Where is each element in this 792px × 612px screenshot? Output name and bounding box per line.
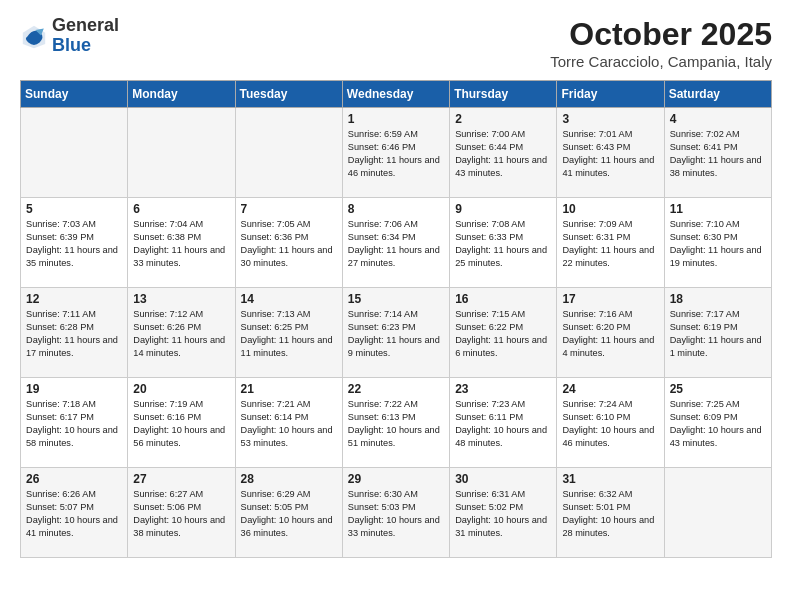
day-cell: 20Sunrise: 7:19 AM Sunset: 6:16 PM Dayli… — [128, 378, 235, 468]
day-info: Sunrise: 7:12 AM Sunset: 6:26 PM Dayligh… — [133, 308, 229, 360]
day-info: Sunrise: 7:00 AM Sunset: 6:44 PM Dayligh… — [455, 128, 551, 180]
day-cell: 6Sunrise: 7:04 AM Sunset: 6:38 PM Daylig… — [128, 198, 235, 288]
header: General Blue October 2025 Torre Caraccio… — [20, 16, 772, 70]
day-info: Sunrise: 7:16 AM Sunset: 6:20 PM Dayligh… — [562, 308, 658, 360]
day-info: Sunrise: 7:04 AM Sunset: 6:38 PM Dayligh… — [133, 218, 229, 270]
day-cell: 28Sunrise: 6:29 AM Sunset: 5:05 PM Dayli… — [235, 468, 342, 558]
day-cell: 12Sunrise: 7:11 AM Sunset: 6:28 PM Dayli… — [21, 288, 128, 378]
day-cell: 19Sunrise: 7:18 AM Sunset: 6:17 PM Dayli… — [21, 378, 128, 468]
day-info: Sunrise: 6:30 AM Sunset: 5:03 PM Dayligh… — [348, 488, 444, 540]
day-cell: 30Sunrise: 6:31 AM Sunset: 5:02 PM Dayli… — [450, 468, 557, 558]
day-info: Sunrise: 6:27 AM Sunset: 5:06 PM Dayligh… — [133, 488, 229, 540]
week-row-2: 5Sunrise: 7:03 AM Sunset: 6:39 PM Daylig… — [21, 198, 772, 288]
day-cell: 27Sunrise: 6:27 AM Sunset: 5:06 PM Dayli… — [128, 468, 235, 558]
day-cell: 1Sunrise: 6:59 AM Sunset: 6:46 PM Daylig… — [342, 108, 449, 198]
col-header-saturday: Saturday — [664, 81, 771, 108]
day-number: 30 — [455, 472, 551, 486]
week-row-5: 26Sunrise: 6:26 AM Sunset: 5:07 PM Dayli… — [21, 468, 772, 558]
day-cell: 11Sunrise: 7:10 AM Sunset: 6:30 PM Dayli… — [664, 198, 771, 288]
day-cell — [21, 108, 128, 198]
day-info: Sunrise: 7:08 AM Sunset: 6:33 PM Dayligh… — [455, 218, 551, 270]
day-number: 25 — [670, 382, 766, 396]
day-number: 23 — [455, 382, 551, 396]
day-cell — [128, 108, 235, 198]
day-number: 16 — [455, 292, 551, 306]
day-info: Sunrise: 7:05 AM Sunset: 6:36 PM Dayligh… — [241, 218, 337, 270]
day-cell: 2Sunrise: 7:00 AM Sunset: 6:44 PM Daylig… — [450, 108, 557, 198]
day-number: 14 — [241, 292, 337, 306]
day-info: Sunrise: 6:26 AM Sunset: 5:07 PM Dayligh… — [26, 488, 122, 540]
day-cell: 13Sunrise: 7:12 AM Sunset: 6:26 PM Dayli… — [128, 288, 235, 378]
day-number: 26 — [26, 472, 122, 486]
day-cell: 10Sunrise: 7:09 AM Sunset: 6:31 PM Dayli… — [557, 198, 664, 288]
day-info: Sunrise: 6:32 AM Sunset: 5:01 PM Dayligh… — [562, 488, 658, 540]
day-info: Sunrise: 6:29 AM Sunset: 5:05 PM Dayligh… — [241, 488, 337, 540]
logo: General Blue — [20, 16, 119, 56]
day-info: Sunrise: 7:13 AM Sunset: 6:25 PM Dayligh… — [241, 308, 337, 360]
week-row-3: 12Sunrise: 7:11 AM Sunset: 6:28 PM Dayli… — [21, 288, 772, 378]
day-info: Sunrise: 7:15 AM Sunset: 6:22 PM Dayligh… — [455, 308, 551, 360]
day-number: 10 — [562, 202, 658, 216]
location-title: Torre Caracciolo, Campania, Italy — [550, 53, 772, 70]
col-header-thursday: Thursday — [450, 81, 557, 108]
day-number: 8 — [348, 202, 444, 216]
col-header-tuesday: Tuesday — [235, 81, 342, 108]
day-cell: 18Sunrise: 7:17 AM Sunset: 6:19 PM Dayli… — [664, 288, 771, 378]
day-number: 4 — [670, 112, 766, 126]
day-info: Sunrise: 7:25 AM Sunset: 6:09 PM Dayligh… — [670, 398, 766, 450]
day-info: Sunrise: 7:17 AM Sunset: 6:19 PM Dayligh… — [670, 308, 766, 360]
day-info: Sunrise: 7:24 AM Sunset: 6:10 PM Dayligh… — [562, 398, 658, 450]
day-cell: 9Sunrise: 7:08 AM Sunset: 6:33 PM Daylig… — [450, 198, 557, 288]
logo-icon — [20, 23, 48, 51]
day-number: 28 — [241, 472, 337, 486]
day-cell: 4Sunrise: 7:02 AM Sunset: 6:41 PM Daylig… — [664, 108, 771, 198]
day-cell: 15Sunrise: 7:14 AM Sunset: 6:23 PM Dayli… — [342, 288, 449, 378]
day-number: 12 — [26, 292, 122, 306]
day-cell: 16Sunrise: 7:15 AM Sunset: 6:22 PM Dayli… — [450, 288, 557, 378]
header-row: SundayMondayTuesdayWednesdayThursdayFrid… — [21, 81, 772, 108]
day-number: 6 — [133, 202, 229, 216]
page: General Blue October 2025 Torre Caraccio… — [0, 0, 792, 578]
day-cell: 24Sunrise: 7:24 AM Sunset: 6:10 PM Dayli… — [557, 378, 664, 468]
day-number: 22 — [348, 382, 444, 396]
day-info: Sunrise: 7:22 AM Sunset: 6:13 PM Dayligh… — [348, 398, 444, 450]
day-cell: 7Sunrise: 7:05 AM Sunset: 6:36 PM Daylig… — [235, 198, 342, 288]
day-cell — [235, 108, 342, 198]
day-number: 1 — [348, 112, 444, 126]
day-number: 13 — [133, 292, 229, 306]
calendar-table: SundayMondayTuesdayWednesdayThursdayFrid… — [20, 80, 772, 558]
day-number: 18 — [670, 292, 766, 306]
day-cell: 3Sunrise: 7:01 AM Sunset: 6:43 PM Daylig… — [557, 108, 664, 198]
day-info: Sunrise: 7:21 AM Sunset: 6:14 PM Dayligh… — [241, 398, 337, 450]
day-number: 11 — [670, 202, 766, 216]
day-number: 3 — [562, 112, 658, 126]
day-number: 2 — [455, 112, 551, 126]
day-number: 31 — [562, 472, 658, 486]
day-cell: 8Sunrise: 7:06 AM Sunset: 6:34 PM Daylig… — [342, 198, 449, 288]
day-number: 5 — [26, 202, 122, 216]
col-header-monday: Monday — [128, 81, 235, 108]
day-info: Sunrise: 7:14 AM Sunset: 6:23 PM Dayligh… — [348, 308, 444, 360]
day-number: 7 — [241, 202, 337, 216]
day-cell: 22Sunrise: 7:22 AM Sunset: 6:13 PM Dayli… — [342, 378, 449, 468]
day-cell — [664, 468, 771, 558]
day-info: Sunrise: 7:03 AM Sunset: 6:39 PM Dayligh… — [26, 218, 122, 270]
day-info: Sunrise: 7:01 AM Sunset: 6:43 PM Dayligh… — [562, 128, 658, 180]
logo-general: General — [52, 16, 119, 36]
day-number: 29 — [348, 472, 444, 486]
day-info: Sunrise: 7:02 AM Sunset: 6:41 PM Dayligh… — [670, 128, 766, 180]
day-cell: 17Sunrise: 7:16 AM Sunset: 6:20 PM Dayli… — [557, 288, 664, 378]
week-row-1: 1Sunrise: 6:59 AM Sunset: 6:46 PM Daylig… — [21, 108, 772, 198]
day-number: 27 — [133, 472, 229, 486]
title-block: October 2025 Torre Caracciolo, Campania,… — [550, 16, 772, 70]
day-cell: 26Sunrise: 6:26 AM Sunset: 5:07 PM Dayli… — [21, 468, 128, 558]
day-number: 24 — [562, 382, 658, 396]
day-cell: 23Sunrise: 7:23 AM Sunset: 6:11 PM Dayli… — [450, 378, 557, 468]
day-number: 19 — [26, 382, 122, 396]
day-info: Sunrise: 7:09 AM Sunset: 6:31 PM Dayligh… — [562, 218, 658, 270]
day-info: Sunrise: 7:19 AM Sunset: 6:16 PM Dayligh… — [133, 398, 229, 450]
day-info: Sunrise: 6:31 AM Sunset: 5:02 PM Dayligh… — [455, 488, 551, 540]
day-number: 21 — [241, 382, 337, 396]
day-info: Sunrise: 7:11 AM Sunset: 6:28 PM Dayligh… — [26, 308, 122, 360]
week-row-4: 19Sunrise: 7:18 AM Sunset: 6:17 PM Dayli… — [21, 378, 772, 468]
